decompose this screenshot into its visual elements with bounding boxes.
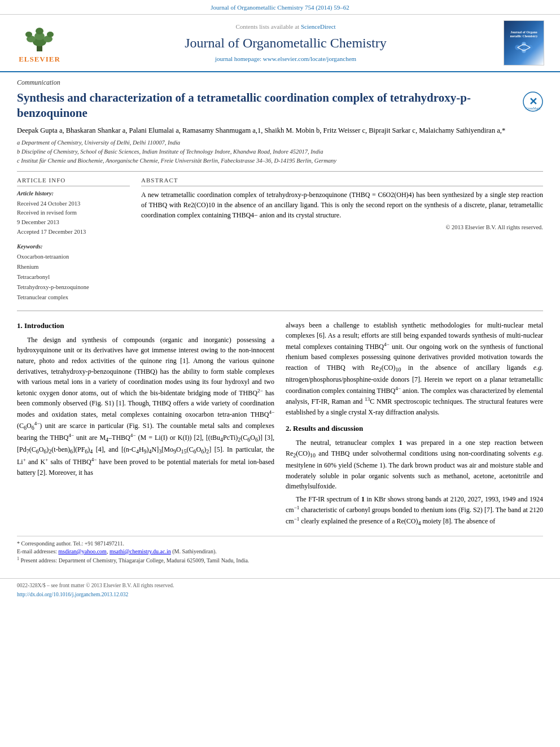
svg-point-7 bbox=[47, 32, 54, 37]
results-paragraph-1: The neutral, tetranuclear complex 1 was … bbox=[286, 438, 543, 491]
email-suffix: (M. Sathiyendiran). bbox=[172, 548, 217, 554]
footnote1-text: Present address: Department of Chemistry… bbox=[21, 557, 250, 563]
journal-homepage: journal homepage: www.elsevier.com/locat… bbox=[68, 55, 504, 63]
svg-rect-0 bbox=[37, 46, 42, 51]
article-footnotes: * Corresponding author. Tel.: +91 987149… bbox=[17, 536, 543, 565]
introduction-section: 1. Introduction The design and synthesis… bbox=[17, 320, 543, 530]
journal-header-center: Contents lists available at ScienceDirec… bbox=[68, 23, 504, 63]
keyword-4: Tetrahydroxy-p-benzoquinone bbox=[17, 282, 130, 292]
affiliations: a Department of Chemistry, University of… bbox=[17, 138, 543, 165]
affiliation-a: a Department of Chemistry, University of… bbox=[17, 138, 543, 147]
abstract-header: ABSTRACT bbox=[141, 176, 543, 186]
journal-header: ELSEVIER Contents lists available at Sci… bbox=[0, 15, 560, 72]
journal-cover-area: Journal of Organo metallic Chemistry bbox=[504, 20, 549, 65]
keyword-3: Tetracarbonyl bbox=[17, 272, 130, 282]
elsevier-tree-icon bbox=[20, 22, 59, 53]
homepage-link[interactable]: journal homepage: www.elsevier.com/locat… bbox=[215, 55, 356, 62]
results-section: 2. Results and discussion The neutral, t… bbox=[286, 423, 543, 527]
journal-title: Journal of Organometallic Chemistry bbox=[68, 34, 504, 53]
keyword-2: Rhenium bbox=[17, 262, 130, 272]
copyright-text: © 2013 Elsevier B.V. All rights reserved… bbox=[141, 224, 543, 232]
article-title: Synthesis and characterization of a tetr… bbox=[17, 90, 517, 121]
page-footer: 0022-328X/$ – see front matter © 2013 El… bbox=[0, 578, 560, 604]
divider-2 bbox=[17, 311, 543, 311]
elsevier-logo-area: ELSEVIER bbox=[11, 22, 68, 64]
contents-available-text: Contents lists available at bbox=[235, 23, 299, 30]
corresponding-author-label: * Corresponding author. Tel.: +91 987149… bbox=[17, 540, 124, 547]
svg-point-6 bbox=[25, 32, 32, 37]
results-paragraph-2: The FT-IR spectrum of 1 in KBr shows str… bbox=[286, 494, 543, 528]
crossmark-icon: ✕ CrossMark bbox=[523, 91, 543, 112]
authors-text: Deepak Gupta a, Bhaskaran Shankar a, Pal… bbox=[17, 126, 505, 134]
article-dates: Received 24 October 2013 Received in rev… bbox=[17, 199, 130, 237]
email-footnote: E-mail addresses: msdiran@yahoo.com, msa… bbox=[17, 548, 543, 556]
elsevier-logo: ELSEVIER bbox=[11, 22, 68, 64]
elsevier-text: ELSEVIER bbox=[19, 54, 60, 64]
article-info-col: ARTICLE INFO Article history: Received 2… bbox=[17, 176, 130, 303]
keywords-list: Oxocarbon-tetraanion Rhenium Tetracarbon… bbox=[17, 252, 130, 302]
intro-col-right: always been a challenge to establish syn… bbox=[286, 320, 543, 530]
sciencedirect-link: Contents lists available at ScienceDirec… bbox=[68, 23, 504, 31]
svg-text:CrossMark: CrossMark bbox=[526, 107, 541, 110]
intro-paragraph-2: always been a challenge to establish syn… bbox=[286, 320, 543, 418]
email-label: E-mail addresses: bbox=[17, 548, 57, 554]
abstract-text: A new tetrametallic coordination complex… bbox=[141, 190, 543, 220]
received-date: Received 24 October 2013 bbox=[17, 199, 130, 209]
authors: Deepak Gupta a, Bhaskaran Shankar a, Pal… bbox=[17, 126, 543, 136]
page-wrapper: Journal of Organometallic Chemistry 754 … bbox=[0, 0, 560, 604]
sciencedirect-anchor[interactable]: ScienceDirect bbox=[301, 23, 336, 30]
intro-title: Introduction bbox=[24, 321, 64, 330]
footer-issn: 0022-328X/$ – see front matter © 2013 El… bbox=[17, 582, 543, 589]
footer-doi: http://dx.doi.org/10.1016/j.jorganchem.2… bbox=[17, 591, 543, 599]
article-info-header: ARTICLE INFO bbox=[17, 176, 130, 186]
divider-1 bbox=[17, 171, 543, 172]
revised-date: 9 December 2013 bbox=[17, 218, 130, 228]
accepted-date: Accepted 17 December 2013 bbox=[17, 228, 130, 237]
keyword-5: Tetranuclear complex bbox=[17, 292, 130, 303]
results-number: 2. bbox=[286, 424, 291, 433]
revised-label: Received in revised form bbox=[17, 208, 130, 218]
results-title: Results and discussion bbox=[293, 424, 363, 433]
corresponding-author-footnote: * Corresponding author. Tel.: +91 987149… bbox=[17, 540, 543, 548]
doi-link[interactable]: http://dx.doi.org/10.1016/j.jorganchem.2… bbox=[17, 592, 128, 597]
intro-col-left: 1. Introduction The design and synthesis… bbox=[17, 320, 274, 530]
title-area: Synthesis and characterization of a tetr… bbox=[17, 90, 543, 126]
keyword-1: Oxocarbon-tetraanion bbox=[17, 252, 130, 262]
intro-number: 1. bbox=[17, 321, 23, 330]
journal-cover-graphic bbox=[510, 39, 538, 56]
email2-link[interactable]: msathi@chemistry.du.ac.in bbox=[110, 548, 171, 554]
svg-point-3 bbox=[36, 28, 43, 34]
keywords-label: Keywords: bbox=[17, 243, 130, 251]
journal-cover-image: Journal of Organo metallic Chemistry bbox=[504, 20, 544, 65]
results-section-title: 2. Results and discussion bbox=[286, 423, 543, 434]
email1-link[interactable]: msdiran@yahoo.com bbox=[58, 548, 107, 554]
affiliation-c: c Institut für Chemie und Biochemie, Ano… bbox=[17, 156, 543, 165]
article-type: Communication bbox=[17, 78, 543, 88]
journal-citation-banner: Journal of Organometallic Chemistry 754 … bbox=[0, 0, 560, 15]
article-history-label: Article history: bbox=[17, 190, 130, 198]
footnote1: 1 Present address: Department of Chemist… bbox=[17, 556, 543, 565]
journal-citation-text: Journal of Organometallic Chemistry 754 … bbox=[211, 4, 349, 11]
article-content: Communication Synthesis and characteriza… bbox=[0, 72, 560, 570]
intro-section-title: 1. Introduction bbox=[17, 320, 274, 331]
abstract-col: ABSTRACT A new tetrametallic coordinatio… bbox=[141, 176, 543, 303]
article-info-abstract: ARTICLE INFO Article history: Received 2… bbox=[17, 176, 543, 303]
introduction-two-col: 1. Introduction The design and synthesis… bbox=[17, 320, 543, 530]
affiliation-b: b Discipline of Chemistry, School of Bas… bbox=[17, 147, 543, 156]
svg-text:✕: ✕ bbox=[529, 96, 537, 107]
intro-paragraph-1: The design and synthesis of compounds (o… bbox=[17, 335, 274, 478]
footnote1-sup: 1 bbox=[17, 556, 19, 561]
